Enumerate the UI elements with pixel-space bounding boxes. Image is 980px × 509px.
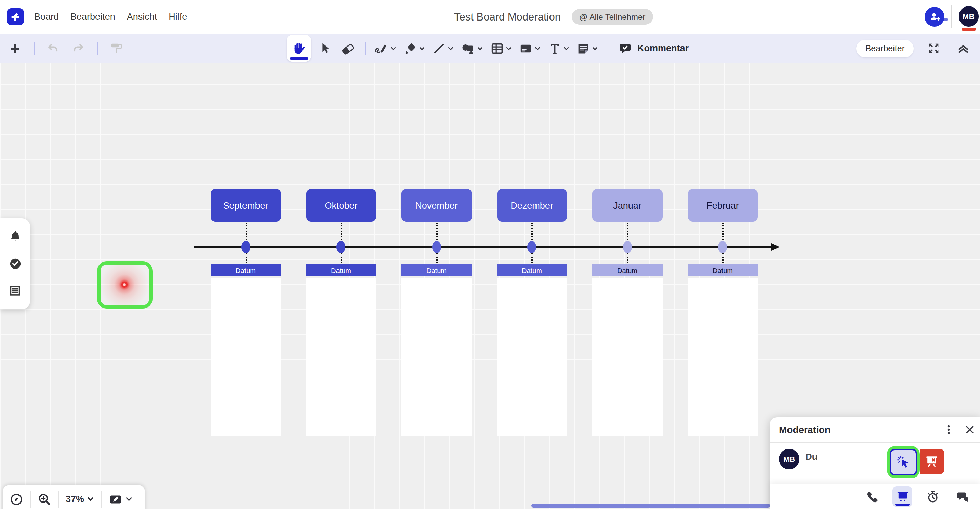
timeline-month-header[interactable]: Oktober — [306, 189, 376, 222]
timeline-column[interactable] — [401, 278, 471, 437]
timeline-connector-top — [531, 223, 533, 240]
moderator-highlight-frame — [97, 261, 152, 308]
comment-tool-button[interactable]: Kommentar — [618, 41, 689, 55]
select-tool-button[interactable] — [315, 38, 334, 59]
timeline-date-label[interactable]: Datum — [211, 264, 281, 276]
timeline-column[interactable] — [592, 278, 662, 437]
paint-roller-icon — [110, 42, 123, 55]
shapes-tool-button[interactable] — [459, 37, 485, 60]
chevron-down-icon — [125, 495, 133, 503]
cursor-icon — [318, 42, 331, 55]
redo-button[interactable] — [69, 38, 88, 59]
audience-badge[interactable]: @ Alle Teilnehmer — [572, 9, 653, 25]
timeline-month-column: Oktober Datum — [306, 34, 376, 509]
timeline-month-header[interactable]: Dezember — [497, 189, 567, 222]
timeline-milestone-dot[interactable] — [718, 241, 727, 253]
horizontal-scrollbar[interactable] — [531, 503, 770, 507]
menu-hilfe[interactable]: Hilfe — [169, 12, 187, 22]
draw-mode-dropdown[interactable] — [109, 492, 133, 506]
timeline-month-column: Januar Datum — [592, 34, 662, 509]
menu-board[interactable]: Board — [34, 12, 59, 22]
app-logo[interactable] — [7, 8, 24, 25]
timeline-month-column: November Datum — [401, 34, 471, 509]
timeline-date-label[interactable]: Datum — [306, 264, 376, 276]
timeline-connector-bottom — [245, 253, 247, 263]
pen-tool-button[interactable] — [372, 37, 398, 60]
top-bar: Board Bearbeiten Ansicht Hilfe Test Boar… — [0, 0, 980, 34]
board-outline-button[interactable] — [6, 282, 24, 300]
timeline-milestone-dot[interactable] — [623, 241, 632, 253]
panel-divider — [30, 491, 31, 507]
timeline-month-header[interactable]: Februar — [688, 189, 758, 222]
timeline-column[interactable] — [211, 278, 281, 437]
add-participant-button[interactable] — [924, 6, 944, 26]
current-user-avatar-wrap: MB — [958, 6, 978, 27]
marker-tool-button[interactable] — [402, 37, 426, 60]
format-painter-button[interactable] — [107, 38, 126, 59]
moderation-close-button[interactable] — [963, 423, 977, 436]
list-icon — [9, 285, 21, 297]
navigator-button[interactable] — [10, 492, 23, 506]
timeline-month-label: Dezember — [511, 200, 553, 211]
chat-icon — [955, 490, 969, 503]
timeline-column[interactable] — [497, 278, 567, 437]
follow-cursor-button[interactable] — [887, 446, 920, 478]
redo-icon — [72, 42, 85, 55]
moderation-menu-button[interactable] — [942, 423, 955, 436]
timeline-month-column: Dezember Datum — [497, 34, 567, 509]
eraser-tool-button[interactable] — [339, 38, 358, 59]
timeline-month-label: September — [223, 200, 268, 211]
timeline-column[interactable] — [306, 278, 376, 437]
presentation-icon — [896, 490, 909, 503]
timeline-milestone-dot[interactable] — [527, 241, 536, 253]
timeline-date-label[interactable]: Datum — [592, 264, 662, 276]
timeline-month-header[interactable]: Januar — [592, 189, 662, 222]
editor-mode-button[interactable]: Bearbeiter — [857, 39, 914, 57]
timeline-column[interactable] — [688, 278, 758, 437]
line-tool-button[interactable] — [431, 37, 455, 60]
zoom-in-button[interactable] — [38, 492, 51, 506]
moderation-user-name: Du — [806, 451, 818, 461]
collapse-toolbar-button[interactable] — [953, 38, 972, 59]
notifications-button[interactable] — [6, 228, 24, 246]
chevron-down-icon — [476, 45, 483, 52]
timer-button[interactable] — [924, 487, 942, 506]
timeline-month-label: November — [415, 200, 458, 211]
sidebar-panel — [0, 218, 30, 309]
stop-presentation-button[interactable] — [920, 449, 944, 474]
menu-bearbeiten[interactable]: Bearbeiten — [70, 12, 115, 22]
text-tool-button[interactable] — [546, 37, 571, 60]
timeline-milestone-dot[interactable] — [336, 241, 345, 253]
timeline-month-header[interactable]: September — [211, 189, 281, 222]
menu-ansicht[interactable]: Ansicht — [127, 12, 157, 22]
participant-avatars: MB — [931, 5, 978, 28]
timeline-milestone-dot[interactable] — [432, 241, 441, 253]
chevron-down-icon — [87, 495, 94, 503]
timeline-month-label: Februar — [706, 200, 739, 211]
board-title[interactable]: Test Board Moderation — [454, 11, 561, 23]
table-tool-button[interactable] — [488, 37, 513, 60]
chevron-down-icon — [418, 45, 425, 52]
presentation-mode-button[interactable] — [892, 486, 912, 507]
timeline-date-label[interactable]: Datum — [497, 264, 567, 276]
moderation-title: Moderation — [779, 424, 830, 435]
add-element-button[interactable] — [5, 38, 25, 59]
zoom-level-dropdown[interactable]: 37% — [66, 494, 94, 504]
avatar-divider — [951, 5, 951, 28]
undo-button[interactable] — [43, 38, 62, 59]
timeline-date-label[interactable]: Datum — [688, 264, 758, 276]
timeline-month-header[interactable]: November — [401, 189, 471, 222]
zoom-level-value: 37% — [66, 494, 84, 504]
click-cursor-icon — [895, 453, 912, 470]
toolbar-tools-group: Kommentar — [286, 34, 689, 62]
tasks-button[interactable] — [6, 255, 24, 273]
note-tool-button[interactable] — [575, 37, 600, 60]
call-button[interactable] — [863, 487, 881, 506]
chat-button[interactable] — [953, 487, 971, 506]
card-tool-button[interactable] — [517, 37, 542, 60]
timeline-milestone-dot[interactable] — [241, 241, 250, 253]
current-user-avatar[interactable]: MB — [958, 6, 978, 27]
timeline-date-label[interactable]: Datum — [401, 264, 471, 276]
fullscreen-button[interactable] — [924, 38, 943, 59]
hand-tool-button[interactable] — [286, 35, 311, 62]
